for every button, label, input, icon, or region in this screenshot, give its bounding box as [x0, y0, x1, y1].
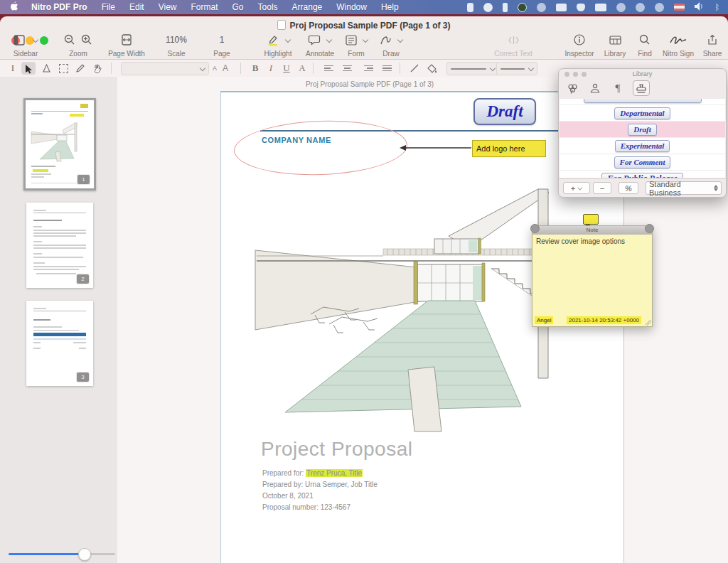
menu-item-file[interactable]: File	[95, 2, 122, 12]
draw-toolbar-group[interactable]: Draw	[375, 31, 407, 58]
text-color-button[interactable]: A	[296, 62, 309, 75]
window-toolbar[interactable]: Proj Proposal Sample PDF (Page 1 of 3) S…	[0, 16, 728, 60]
align-right-button[interactable]	[361, 62, 375, 75]
status-icon-timer[interactable]	[616, 3, 626, 12]
font-size-increase-button[interactable]: A	[220, 62, 230, 75]
hand-tool-button[interactable]	[91, 62, 104, 75]
share-button[interactable]: Share	[700, 31, 725, 58]
draft-stamp-annotation[interactable]: Draft	[473, 98, 536, 125]
form-toolbar-group[interactable]: Form	[340, 31, 373, 58]
add-stamp-button[interactable]: +	[563, 182, 590, 194]
annotate-toolbar-group[interactable]: Annotate	[300, 31, 340, 58]
highlight-annotation[interactable]: Trenz Pruca, Title	[306, 469, 363, 477]
stamp-row-for-public-release[interactable]: For Public Release	[560, 171, 725, 178]
stamp-options-button[interactable]: %	[619, 182, 638, 194]
person-icon	[590, 83, 600, 93]
thumbnail-size-slider[interactable]	[9, 548, 115, 559]
status-icon-settings[interactable]	[537, 3, 546, 12]
note-marker-icon[interactable]	[583, 214, 599, 225]
stamp-row-partial[interactable]	[560, 99, 725, 105]
page-thumbnail-2[interactable]: 2	[26, 203, 93, 288]
signature-icon	[670, 35, 687, 45]
stamp-row-for-comment[interactable]: For Comment	[560, 154, 725, 171]
stamp-collection-select[interactable]: Standard Business	[646, 181, 722, 195]
align-left-button[interactable]	[321, 62, 336, 75]
prepared-for-line: Prepared for: Trenz Pruca, Title	[262, 469, 363, 477]
zoom-out-button[interactable]	[64, 34, 75, 45]
nitro-sign-button[interactable]: Nitro Sign	[660, 31, 697, 58]
arrow-annotation[interactable]	[399, 142, 473, 154]
page-thumbnail-3[interactable]: 3	[26, 301, 93, 386]
status-icon-shield[interactable]	[577, 4, 585, 11]
menu-item-help[interactable]: Help	[374, 2, 406, 12]
document-proxy-icon[interactable]	[277, 20, 286, 30]
menu-item-format[interactable]: Format	[184, 2, 225, 12]
align-justify-button[interactable]	[380, 62, 394, 75]
italic-button[interactable]: I	[264, 62, 277, 75]
menu-item-go[interactable]: Go	[225, 2, 251, 12]
page-width-button[interactable]: Page Width	[107, 31, 146, 58]
stamps-library-tab[interactable]	[633, 80, 650, 96]
stamp-row-experimental[interactable]: Experimental	[560, 138, 725, 154]
slider-knob[interactable]	[78, 548, 91, 561]
status-icon-bt[interactable]: ᛒ	[714, 3, 719, 11]
library-button[interactable]: Library	[600, 31, 630, 58]
stamp-row-draft[interactable]: Draft	[560, 122, 725, 138]
status-icon-display[interactable]	[595, 4, 606, 11]
menu-item-view[interactable]: View	[151, 2, 184, 12]
select-tool-button[interactable]	[21, 62, 36, 75]
stroke-width-select[interactable]	[496, 62, 537, 75]
shapes-library-tab[interactable]	[564, 81, 580, 95]
text-library-tab[interactable]: ¶	[610, 81, 626, 95]
menu-item-edit[interactable]: Edit	[122, 2, 151, 12]
shape-tool-button[interactable]	[40, 62, 53, 75]
note-text[interactable]: Review cover image options	[536, 237, 648, 245]
stamp-row-departmental[interactable]: Departmental	[560, 105, 725, 122]
status-icon-app1[interactable]	[518, 3, 527, 12]
menu-item-app[interactable]: Nitro PDF Pro	[24, 2, 95, 12]
page-thumbnail-1[interactable]: 1	[23, 98, 96, 191]
edit-tool-button[interactable]	[74, 62, 87, 75]
sidebar-toolbar-group[interactable]: Sidebar	[7, 31, 44, 58]
menu-item-arrange[interactable]: Arrange	[285, 2, 330, 12]
library-window[interactable]: Library ¶ Departmental Draft Experimenta…	[558, 68, 727, 198]
page-number-control[interactable]: 1 Page	[202, 31, 242, 58]
note-resize-handle[interactable]	[646, 320, 651, 326]
status-icon-notes[interactable]	[556, 4, 567, 11]
ellipse-annotation[interactable]	[233, 118, 409, 178]
scale-control[interactable]: 110% Scale	[156, 31, 196, 58]
find-button[interactable]: Find	[633, 31, 657, 58]
status-icon-volume[interactable]	[695, 2, 705, 13]
note-popup[interactable]: Note Review cover image options Angel 20…	[532, 225, 653, 327]
contacts-library-tab[interactable]	[587, 81, 603, 95]
fill-color-button[interactable]	[425, 62, 439, 75]
note-title[interactable]: Note	[532, 226, 652, 235]
remove-stamp-button[interactable]: −	[593, 182, 611, 194]
menu-item-tools[interactable]: Tools	[251, 2, 285, 12]
note-close-button[interactable]	[530, 224, 540, 233]
apple-menu-icon[interactable]	[0, 1, 24, 14]
status-icon-bluetooth[interactable]	[503, 3, 508, 12]
note-options-button[interactable]	[645, 224, 654, 233]
status-icon-battery[interactable]	[467, 3, 473, 12]
status-icon-input-flag[interactable]	[674, 4, 685, 11]
status-icon-clock[interactable]	[636, 3, 645, 12]
inspector-button[interactable]: Inspector	[562, 31, 597, 58]
menu-item-window[interactable]: Window	[329, 2, 374, 12]
zoom-in-button[interactable]	[81, 34, 92, 45]
stroke-style-select[interactable]	[446, 62, 499, 75]
logo-note-annotation[interactable]: Add logo here	[472, 140, 546, 157]
text-tool-button[interactable]: I	[7, 62, 18, 75]
underline-button[interactable]: U	[280, 62, 293, 75]
highlight-toolbar-group[interactable]: Highlight	[257, 31, 299, 58]
font-family-select[interactable]	[121, 62, 209, 75]
marquee-tool-button[interactable]	[57, 62, 70, 75]
align-center-button[interactable]	[340, 62, 354, 75]
thumb1-highlight2	[33, 169, 48, 172]
status-icon-meeting[interactable]	[655, 3, 664, 12]
paint-bucket-icon	[427, 64, 437, 73]
bold-button[interactable]: B	[249, 62, 262, 75]
font-size-decrease-button[interactable]: A	[210, 62, 219, 75]
status-icon-clock-widget[interactable]	[483, 3, 493, 12]
line-tool-button[interactable]	[408, 62, 421, 75]
